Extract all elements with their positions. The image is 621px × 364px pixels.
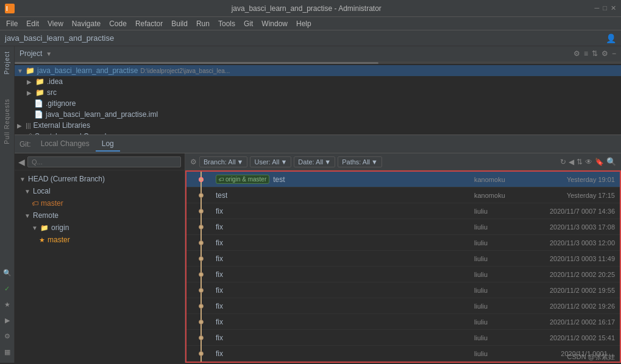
git-log-toolbar: ⚙ Branch: All ▼ User: All ▼ Date: All ▼ … xyxy=(185,153,621,170)
svg-text:I: I xyxy=(6,5,8,12)
menu-help[interactable]: Help xyxy=(293,18,315,29)
project-bar: java_basci_learn_and_practise 👤 xyxy=(0,30,621,46)
maximize-button[interactable]: □ xyxy=(603,4,607,12)
commit-row[interactable]: fixliuliu2020/11/2 0002 19:26 xyxy=(186,298,620,314)
sort-icon[interactable]: ⇅ xyxy=(577,158,583,166)
menu-navigate[interactable]: Navigate xyxy=(68,18,104,29)
commit-row[interactable]: fixliuliu2020/11/3 0003 12:00 xyxy=(186,235,620,251)
eye-icon[interactable]: 👁 xyxy=(585,158,592,166)
git-log: ⚙ Branch: All ▼ User: All ▼ Date: All ▼ … xyxy=(185,153,621,363)
activity-vcs-icon[interactable]: ✓ xyxy=(1,282,13,295)
commit-author: liuliu xyxy=(474,303,529,310)
commit-graph-col xyxy=(189,203,213,219)
toolbar-settings-icon[interactable]: ⚙ xyxy=(190,158,197,166)
commit-list: 🏷 origin & mastertestkanomokuYesterday 1… xyxy=(185,170,621,363)
activity-project[interactable]: Project xyxy=(2,49,12,77)
branch-search-input[interactable] xyxy=(27,156,181,167)
commit-dot xyxy=(199,272,204,277)
menu-run[interactable]: Run xyxy=(193,18,213,29)
activity-search-icon[interactable]: 🔍 xyxy=(1,267,13,279)
menu-code[interactable]: Code xyxy=(105,18,130,29)
commit-message: fix xyxy=(216,349,223,358)
user-icon[interactable]: 👤 xyxy=(606,33,616,43)
commit-row[interactable]: testkanomokuYesterday 17:15 xyxy=(186,187,620,203)
commit-graph-col xyxy=(189,267,213,282)
commit-author: liuliu xyxy=(474,255,529,262)
tree-item-root[interactable]: ▼ 📁 java_basci_learn_and_practise D:\ide… xyxy=(15,65,621,76)
commit-msg-col: test xyxy=(213,191,474,200)
commit-dot xyxy=(199,256,204,261)
project-dropdown-icon[interactable]: ▼ xyxy=(46,51,52,57)
close-button[interactable]: ✕ xyxy=(611,4,616,12)
tree-item-idea[interactable]: ▶ 📁 .idea xyxy=(15,76,621,87)
commit-graph-col xyxy=(189,219,213,235)
search-log-icon[interactable]: 🔍 xyxy=(606,157,616,166)
list-icon[interactable]: ≡ xyxy=(584,49,588,58)
commit-row[interactable]: fixliuliu2020/11/2 0002 20:25 xyxy=(186,267,620,282)
minimize-panel-icon[interactable]: − xyxy=(612,49,616,58)
commit-msg-col: fix xyxy=(213,334,474,342)
gear-icon[interactable]: ⚙ xyxy=(573,49,580,58)
activity-run-icon[interactable]: ▶ xyxy=(1,314,13,326)
menu-edit[interactable]: Edit xyxy=(23,18,43,29)
git-content: ◀ ▼ HEAD (Current Branch) xyxy=(15,153,621,363)
commit-dot xyxy=(199,335,204,340)
selected-commit-group: 🏷 origin & mastertestkanomokuYesterday 1… xyxy=(185,170,621,363)
branch-item-master-local[interactable]: 🏷 master xyxy=(15,197,185,209)
commit-row[interactable]: fixliuliu2020/11/2 0002 15:41 xyxy=(186,330,620,346)
filter-date[interactable]: Date: All ▼ xyxy=(294,156,335,167)
tree-item-scratches[interactable]: ▶ 🖊 Scratches and Consoles xyxy=(15,131,621,135)
commit-date: Yesterday 17:15 xyxy=(529,192,617,199)
refresh-icon[interactable]: ↻ xyxy=(560,158,566,166)
tab-log[interactable]: Log xyxy=(96,137,120,152)
commit-row[interactable]: fixliuliu2020/11/2 0002 16:17 xyxy=(186,314,620,330)
commit-author: liuliu xyxy=(474,271,529,278)
bookmark-icon[interactable]: 🔖 xyxy=(595,158,604,166)
activity-bookmark-icon[interactable]: ★ xyxy=(1,298,13,310)
menu-git[interactable]: Git xyxy=(240,18,257,29)
activity-terminal-icon[interactable]: ▦ xyxy=(1,346,13,358)
settings-icon[interactable]: ⚙ xyxy=(601,49,608,58)
menu-window[interactable]: Window xyxy=(258,18,291,29)
tree-item-gitignore[interactable]: 📄 .gitignore xyxy=(15,98,621,109)
commit-dot xyxy=(199,351,204,356)
filter-branch[interactable]: Branch: All ▼ xyxy=(199,156,247,167)
branch-item-head[interactable]: ▼ HEAD (Current Branch) xyxy=(15,173,185,185)
tree-item-src[interactable]: ▶ 📁 src xyxy=(15,87,621,98)
tab-local-changes[interactable]: Local Changes xyxy=(35,137,96,152)
commit-date: 2020/11/3 0003 11:49 xyxy=(529,255,617,262)
filter-user[interactable]: User: All ▼ xyxy=(250,156,291,167)
menu-tools[interactable]: Tools xyxy=(215,18,239,29)
branch-item-local[interactable]: ▼ Local xyxy=(15,185,185,197)
menu-view[interactable]: View xyxy=(44,18,67,29)
commit-message: fix xyxy=(216,223,223,231)
menu-refactor[interactable]: Refactor xyxy=(132,18,166,29)
commit-row[interactable]: fixliuliu2020/11/3 0003 17:08 xyxy=(186,219,620,235)
prev-icon[interactable]: ◀ xyxy=(569,158,574,166)
tree-item-external-libs[interactable]: ▶ ||| External Libraries xyxy=(15,120,621,131)
commit-row[interactable]: fixliuliu2020/11/1 0001 ... xyxy=(186,346,620,362)
commit-dot xyxy=(199,193,204,198)
title-bar: I java_basci_learn_and_practise - Admini… xyxy=(0,0,621,17)
branch-item-origin[interactable]: ▼ 📁 origin xyxy=(15,222,185,234)
menu-build[interactable]: Build xyxy=(168,18,191,29)
sort-icon[interactable]: ⇅ xyxy=(592,49,598,58)
menu-file[interactable]: File xyxy=(2,18,21,29)
filter-paths[interactable]: Paths: All ▼ xyxy=(338,156,382,167)
commit-msg-col: fix xyxy=(213,270,474,279)
commit-dot xyxy=(199,209,204,214)
nav-back-icon[interactable]: ◀ xyxy=(18,157,25,167)
tree-item-iml[interactable]: 📄 java_basci_learn_and_practise.iml xyxy=(15,109,621,120)
activity-settings-icon[interactable]: ⚙ xyxy=(1,330,13,342)
branch-item-master-remote[interactable]: ★ master xyxy=(15,234,185,246)
minimize-button[interactable]: ─ xyxy=(595,4,600,12)
commit-dot xyxy=(199,225,204,229)
commit-row[interactable]: fixliuliu2020/11/3 0003 11:49 xyxy=(186,251,620,267)
commit-row[interactable]: fixliuliu2020/11/2 0002 19:55 xyxy=(186,282,620,298)
commit-row[interactable]: 🏷 origin & mastertestkanomokuYesterday 1… xyxy=(186,172,620,187)
commit-row[interactable]: fixliuliu2020/11/7 0007 14:36 xyxy=(186,203,620,219)
branch-item-remote[interactable]: ▼ Remote xyxy=(15,209,185,222)
activity-pull-requests[interactable]: Pull Requests xyxy=(2,96,12,147)
git-sidebar-search[interactable] xyxy=(27,156,181,167)
commit-message: test xyxy=(273,175,285,184)
